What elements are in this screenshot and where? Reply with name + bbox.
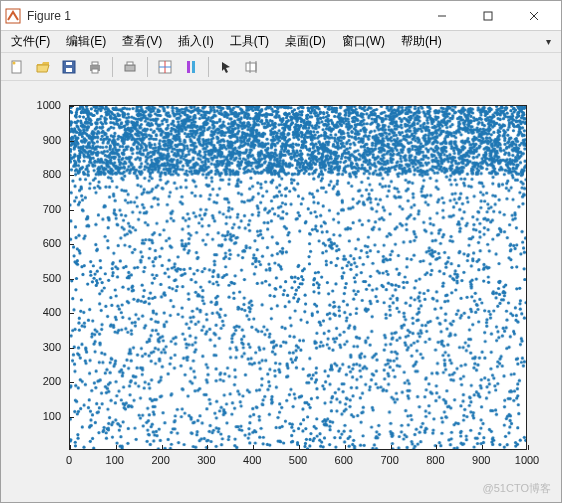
y-tick-mark (69, 279, 74, 280)
x-tick-mark (207, 445, 208, 450)
app-icon (5, 8, 21, 24)
y-tick-label: 600 (43, 237, 61, 249)
toolbar-separator (112, 57, 113, 77)
toolbar-separator (147, 57, 148, 77)
x-tick-mark (391, 445, 392, 450)
x-tick-label: 0 (66, 454, 72, 466)
x-tick-mark (253, 445, 254, 450)
window-title: Figure 1 (27, 9, 419, 23)
x-tick-label: 300 (197, 454, 215, 466)
svg-rect-20 (246, 63, 256, 71)
open-button[interactable] (31, 55, 55, 79)
axes-wrap: 1002003004005006007008009001000 01002003… (15, 95, 547, 482)
y-axis-ticks: 1002003004005006007008009001000 (15, 105, 65, 450)
scatter-canvas (70, 106, 526, 449)
svg-rect-12 (92, 69, 98, 73)
y-tick-mark (69, 210, 74, 211)
menu-window[interactable]: 窗口(W) (336, 31, 391, 52)
y-tick-mark (69, 175, 74, 176)
x-tick-label: 700 (380, 454, 398, 466)
y-tick-label: 300 (43, 341, 61, 353)
plot-area: 1002003004005006007008009001000 01002003… (1, 81, 561, 502)
x-tick-label: 500 (289, 454, 307, 466)
y-tick-label: 200 (43, 375, 61, 387)
y-tick-label: 700 (43, 203, 61, 215)
menu-desktop[interactable]: 桌面(D) (279, 31, 332, 52)
menubar: 文件(F) 编辑(E) 查看(V) 插入(I) 工具(T) 桌面(D) 窗口(W… (1, 31, 561, 53)
y-tick-mark (69, 313, 74, 314)
y-tick-mark (69, 106, 74, 107)
menu-file[interactable]: 文件(F) (5, 31, 56, 52)
svg-rect-14 (127, 62, 133, 65)
y-tick-label: 100 (43, 410, 61, 422)
svg-rect-8 (66, 68, 72, 72)
y-tick-mark (69, 417, 74, 418)
x-tick-label: 900 (472, 454, 490, 466)
colorbar-button[interactable] (179, 55, 203, 79)
x-tick-label: 600 (335, 454, 353, 466)
svg-rect-18 (187, 61, 190, 73)
maximize-button[interactable] (465, 2, 511, 30)
y-tick-label: 900 (43, 134, 61, 146)
save-button[interactable] (57, 55, 81, 79)
y-tick-mark (69, 141, 74, 142)
toolbar (1, 53, 561, 81)
menu-help[interactable]: 帮助(H) (395, 31, 448, 52)
svg-point-6 (13, 61, 16, 64)
y-tick-label: 800 (43, 168, 61, 180)
minimize-button[interactable] (419, 2, 465, 30)
x-tick-mark (436, 445, 437, 450)
menu-edit[interactable]: 编辑(E) (60, 31, 112, 52)
x-tick-label: 400 (243, 454, 261, 466)
svg-rect-19 (192, 61, 195, 73)
toolbar-separator (208, 57, 209, 77)
y-tick-label: 500 (43, 272, 61, 284)
svg-rect-13 (125, 65, 135, 71)
y-tick-mark (69, 382, 74, 383)
x-axis-ticks: 01002003004005006007008009001000 (69, 454, 527, 468)
watermark: @51CTO博客 (483, 481, 551, 496)
x-tick-label: 800 (426, 454, 444, 466)
x-tick-label: 100 (106, 454, 124, 466)
x-tick-mark (116, 445, 117, 450)
svg-rect-11 (92, 62, 98, 65)
menu-insert[interactable]: 插入(I) (172, 31, 219, 52)
y-tick-label: 400 (43, 306, 61, 318)
y-tick-mark (69, 348, 74, 349)
x-tick-mark (70, 445, 71, 450)
x-tick-mark (162, 445, 163, 450)
x-tick-mark (345, 445, 346, 450)
figure-window: Figure 1 文件(F) 编辑(E) 查看(V) 插入(I) 工具(T) 桌… (0, 0, 562, 503)
grid-button[interactable] (153, 55, 177, 79)
axes[interactable] (69, 105, 527, 450)
svg-rect-2 (484, 12, 492, 20)
x-tick-mark (528, 445, 529, 450)
menu-more-icon[interactable]: ▾ (546, 36, 557, 47)
menu-view[interactable]: 查看(V) (116, 31, 168, 52)
menu-tools[interactable]: 工具(T) (224, 31, 275, 52)
new-button[interactable] (5, 55, 29, 79)
x-tick-label: 1000 (515, 454, 539, 466)
svg-rect-9 (66, 62, 72, 65)
x-tick-mark (299, 445, 300, 450)
print-button[interactable] (83, 55, 107, 79)
x-tick-mark (482, 445, 483, 450)
y-tick-label: 1000 (37, 99, 61, 111)
pointer-button[interactable] (214, 55, 238, 79)
y-tick-mark (69, 244, 74, 245)
link-button[interactable] (118, 55, 142, 79)
close-button[interactable] (511, 2, 557, 30)
titlebar[interactable]: Figure 1 (1, 1, 561, 31)
x-tick-label: 200 (151, 454, 169, 466)
datacursor-button[interactable] (240, 55, 264, 79)
